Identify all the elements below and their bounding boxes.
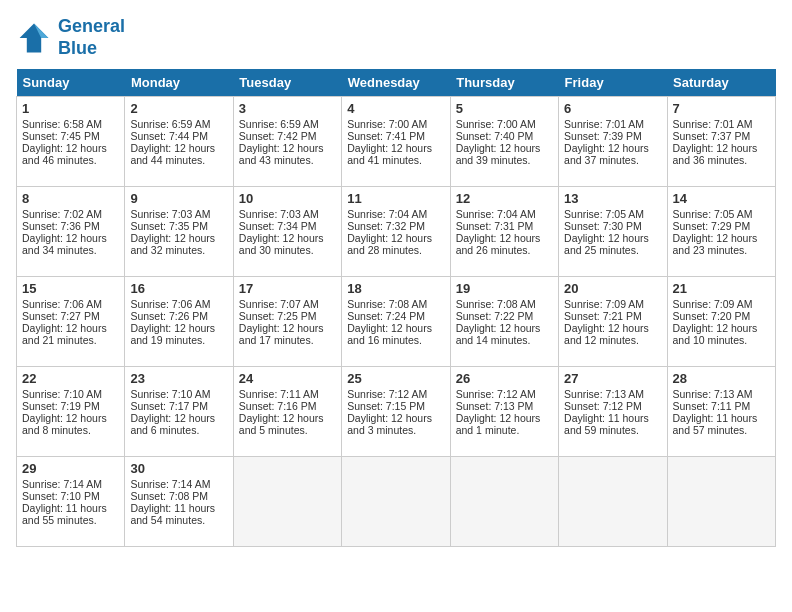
day-number: 19 <box>456 281 553 296</box>
page-header: General Blue <box>16 16 776 59</box>
day-info-line: Sunset: 7:32 PM <box>347 220 444 232</box>
day-number: 4 <box>347 101 444 116</box>
day-info-line: Sunset: 7:34 PM <box>239 220 336 232</box>
day-info-line: and 12 minutes. <box>564 334 661 346</box>
day-info-line: Daylight: 12 hours <box>22 232 119 244</box>
day-info-line: and 16 minutes. <box>347 334 444 346</box>
day-number: 26 <box>456 371 553 386</box>
day-info-line: and 21 minutes. <box>22 334 119 346</box>
day-header-thursday: Thursday <box>450 69 558 97</box>
calendar-day-24: 24Sunrise: 7:11 AMSunset: 7:16 PMDayligh… <box>233 367 341 457</box>
day-number: 24 <box>239 371 336 386</box>
day-info-line: Sunrise: 7:09 AM <box>564 298 661 310</box>
calendar-day-empty <box>233 457 341 547</box>
day-info-line: Sunset: 7:19 PM <box>22 400 119 412</box>
day-info-line: and 54 minutes. <box>130 514 227 526</box>
day-header-friday: Friday <box>559 69 667 97</box>
day-info-line: Sunrise: 7:05 AM <box>673 208 770 220</box>
logo-icon <box>16 20 52 56</box>
day-info-line: Daylight: 12 hours <box>673 232 770 244</box>
calendar-day-empty <box>667 457 775 547</box>
day-info-line: Daylight: 12 hours <box>456 232 553 244</box>
day-header-saturday: Saturday <box>667 69 775 97</box>
calendar-week-row: 15Sunrise: 7:06 AMSunset: 7:27 PMDayligh… <box>17 277 776 367</box>
calendar-day-29: 29Sunrise: 7:14 AMSunset: 7:10 PMDayligh… <box>17 457 125 547</box>
day-info-line: Sunrise: 7:07 AM <box>239 298 336 310</box>
calendar-day-22: 22Sunrise: 7:10 AMSunset: 7:19 PMDayligh… <box>17 367 125 457</box>
day-number: 6 <box>564 101 661 116</box>
day-info-line: Sunset: 7:30 PM <box>564 220 661 232</box>
day-info-line: and 44 minutes. <box>130 154 227 166</box>
day-info-line: Sunrise: 6:59 AM <box>130 118 227 130</box>
calendar-table: SundayMondayTuesdayWednesdayThursdayFrid… <box>16 69 776 547</box>
day-info-line: and 8 minutes. <box>22 424 119 436</box>
day-number: 21 <box>673 281 770 296</box>
calendar-day-18: 18Sunrise: 7:08 AMSunset: 7:24 PMDayligh… <box>342 277 450 367</box>
day-number: 12 <box>456 191 553 206</box>
day-info-line: Sunset: 7:27 PM <box>22 310 119 322</box>
day-info-line: Daylight: 12 hours <box>239 142 336 154</box>
day-number: 3 <box>239 101 336 116</box>
day-info-line: Daylight: 12 hours <box>673 322 770 334</box>
day-info-line: Sunset: 7:42 PM <box>239 130 336 142</box>
day-info-line: Sunrise: 7:08 AM <box>347 298 444 310</box>
calendar-day-30: 30Sunrise: 7:14 AMSunset: 7:08 PMDayligh… <box>125 457 233 547</box>
calendar-day-empty <box>559 457 667 547</box>
day-info-line: Daylight: 12 hours <box>130 232 227 244</box>
day-info-line: and 34 minutes. <box>22 244 119 256</box>
day-info-line: Daylight: 12 hours <box>456 412 553 424</box>
day-number: 29 <box>22 461 119 476</box>
day-info-line: and 14 minutes. <box>456 334 553 346</box>
day-info-line: Sunset: 7:37 PM <box>673 130 770 142</box>
day-info-line: Daylight: 12 hours <box>347 142 444 154</box>
calendar-day-14: 14Sunrise: 7:05 AMSunset: 7:29 PMDayligh… <box>667 187 775 277</box>
day-info-line: Daylight: 11 hours <box>130 502 227 514</box>
day-info-line: and 55 minutes. <box>22 514 119 526</box>
day-info-line: Sunrise: 7:05 AM <box>564 208 661 220</box>
calendar-day-27: 27Sunrise: 7:13 AMSunset: 7:12 PMDayligh… <box>559 367 667 457</box>
day-info-line: Sunset: 7:11 PM <box>673 400 770 412</box>
day-info-line: and 46 minutes. <box>22 154 119 166</box>
day-info-line: Sunrise: 7:12 AM <box>456 388 553 400</box>
calendar-day-12: 12Sunrise: 7:04 AMSunset: 7:31 PMDayligh… <box>450 187 558 277</box>
calendar-day-23: 23Sunrise: 7:10 AMSunset: 7:17 PMDayligh… <box>125 367 233 457</box>
day-info-line: Sunset: 7:12 PM <box>564 400 661 412</box>
day-info-line: Sunset: 7:22 PM <box>456 310 553 322</box>
day-info-line: Sunrise: 7:01 AM <box>673 118 770 130</box>
day-info-line: Sunset: 7:08 PM <box>130 490 227 502</box>
day-number: 28 <box>673 371 770 386</box>
day-info-line: Sunrise: 7:01 AM <box>564 118 661 130</box>
day-number: 27 <box>564 371 661 386</box>
day-info-line: Daylight: 11 hours <box>22 502 119 514</box>
calendar-week-row: 1Sunrise: 6:58 AMSunset: 7:45 PMDaylight… <box>17 97 776 187</box>
day-info-line: Daylight: 12 hours <box>22 322 119 334</box>
day-info-line: and 41 minutes. <box>347 154 444 166</box>
calendar-day-2: 2Sunrise: 6:59 AMSunset: 7:44 PMDaylight… <box>125 97 233 187</box>
day-number: 5 <box>456 101 553 116</box>
day-header-wednesday: Wednesday <box>342 69 450 97</box>
day-info-line: Sunset: 7:35 PM <box>130 220 227 232</box>
calendar-day-1: 1Sunrise: 6:58 AMSunset: 7:45 PMDaylight… <box>17 97 125 187</box>
day-info-line: Sunset: 7:15 PM <box>347 400 444 412</box>
day-info-line: Sunset: 7:25 PM <box>239 310 336 322</box>
day-info-line: Sunrise: 7:02 AM <box>22 208 119 220</box>
calendar-header-row: SundayMondayTuesdayWednesdayThursdayFrid… <box>17 69 776 97</box>
calendar-day-8: 8Sunrise: 7:02 AMSunset: 7:36 PMDaylight… <box>17 187 125 277</box>
day-info-line: and 19 minutes. <box>130 334 227 346</box>
day-info-line: and 28 minutes. <box>347 244 444 256</box>
day-info-line: Sunrise: 7:03 AM <box>239 208 336 220</box>
calendar-day-empty <box>450 457 558 547</box>
day-info-line: Sunset: 7:16 PM <box>239 400 336 412</box>
day-number: 30 <box>130 461 227 476</box>
day-info-line: and 3 minutes. <box>347 424 444 436</box>
day-info-line: Daylight: 12 hours <box>239 412 336 424</box>
day-info-line: Sunrise: 7:00 AM <box>456 118 553 130</box>
day-info-line: Sunset: 7:39 PM <box>564 130 661 142</box>
day-info-line: Daylight: 12 hours <box>130 142 227 154</box>
day-info-line: Sunset: 7:41 PM <box>347 130 444 142</box>
day-info-line: and 5 minutes. <box>239 424 336 436</box>
day-info-line: Sunset: 7:10 PM <box>22 490 119 502</box>
day-info-line: Sunrise: 6:59 AM <box>239 118 336 130</box>
day-info-line: Daylight: 12 hours <box>130 412 227 424</box>
day-info-line: Sunset: 7:26 PM <box>130 310 227 322</box>
